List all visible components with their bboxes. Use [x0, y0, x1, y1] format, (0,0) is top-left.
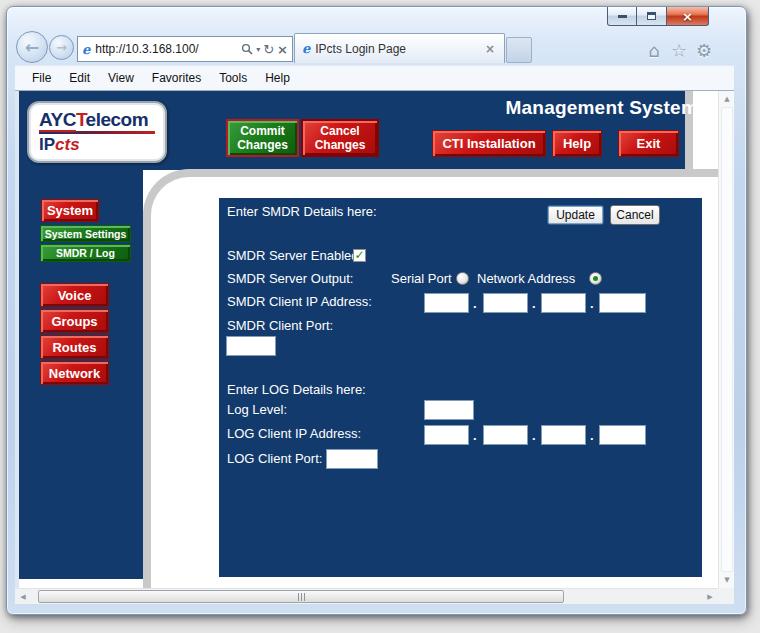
horizontal-scroll-thumb[interactable]: [38, 590, 564, 603]
menu-view[interactable]: View: [99, 68, 143, 88]
ip-separator: .: [473, 428, 477, 443]
menu-tools[interactable]: Tools: [210, 68, 256, 88]
log-ip-octet-4[interactable]: [599, 425, 646, 445]
cancel-changes-button[interactable]: CancelChanges: [301, 119, 379, 157]
scroll-right-icon[interactable]: ▶: [703, 590, 717, 604]
tab-title: IPcts Login Page: [315, 42, 483, 56]
tab-ipcts-login-page[interactable]: e IPcts Login Page ×: [294, 33, 505, 63]
close-icon: ×: [682, 9, 693, 24]
sidebar-item-system-settings[interactable]: System Settings: [40, 225, 131, 242]
radio-network-address[interactable]: [589, 272, 602, 285]
refresh-icon[interactable]: ↻: [263, 42, 274, 57]
exit-button[interactable]: Exit: [618, 130, 679, 157]
log-ip-octet-1[interactable]: [424, 425, 469, 445]
tab-close-icon[interactable]: ×: [483, 42, 497, 56]
ie-tab-icon: e: [302, 41, 310, 56]
menu-favorites[interactable]: Favorites: [143, 68, 210, 88]
ip-separator: .: [473, 296, 477, 311]
menu-edit[interactable]: Edit: [60, 68, 99, 88]
close-button[interactable]: ×: [666, 7, 709, 26]
sidebar-item-voice[interactable]: Voice: [40, 283, 109, 307]
forward-button[interactable]: →: [49, 35, 74, 60]
smdr-enabled-label: SMDR Server Enabled:: [227, 248, 362, 263]
scroll-up-icon[interactable]: ▲: [720, 92, 734, 106]
smdr-ip-octet-3[interactable]: [541, 293, 586, 313]
update-button[interactable]: Update: [547, 205, 604, 225]
logo-line2: IPcts: [39, 136, 155, 153]
smdr-ip-octet-1[interactable]: [424, 293, 469, 313]
network-address-label: Network Address: [477, 271, 575, 286]
gear-icon[interactable]: ⚙: [693, 39, 715, 61]
smdr-ip-octet-2[interactable]: [483, 293, 528, 313]
home-icon[interactable]: ⌂: [643, 39, 665, 61]
log-ip-octet-3[interactable]: [541, 425, 586, 445]
favorites-star-icon[interactable]: ☆: [668, 39, 690, 61]
grip-icon: [301, 593, 302, 601]
sidebar-item-smdr-log[interactable]: SMDR / Log: [40, 244, 131, 262]
restore-button[interactable]: [637, 7, 666, 26]
minimize-button[interactable]: [607, 7, 637, 26]
sidebar-item-routes[interactable]: Routes: [40, 335, 109, 359]
scroll-down-icon[interactable]: ▼: [720, 573, 734, 587]
sidebar-item-network[interactable]: Network: [40, 361, 109, 385]
smdr-ip-octet-4[interactable]: [599, 293, 646, 313]
menu-file[interactable]: File: [23, 68, 60, 88]
cancel-button[interactable]: Cancel: [610, 205, 660, 225]
cti-installation-button[interactable]: CTI Installation: [432, 130, 546, 157]
menu-bar: File Edit View Favorites Tools Help: [15, 65, 734, 90]
back-button[interactable]: ←: [16, 31, 48, 63]
page-title: Management System: [506, 97, 698, 119]
radio-serial-port[interactable]: [456, 272, 469, 285]
smdr-port-label: SMDR Client Port:: [227, 318, 333, 333]
log-ip-label: LOG Client IP Address:: [227, 426, 361, 441]
back-icon: ←: [25, 37, 39, 57]
smdr-output-label: SMDR Server Output:: [227, 271, 353, 286]
ip-separator: .: [590, 428, 594, 443]
logo-line1: AYCTelecom: [39, 110, 155, 129]
log-port-input[interactable]: [326, 449, 378, 469]
log-level-input[interactable]: [424, 400, 474, 420]
smdr-ip-label: SMDR Client IP Address:: [227, 294, 372, 309]
commit-changes-button[interactable]: CommitChanges: [226, 119, 299, 157]
web-page: AYCTelecom IPcts Management System Commi…: [15, 91, 718, 588]
forward-icon: →: [56, 40, 67, 55]
scroll-left-icon[interactable]: ◀: [16, 590, 30, 604]
ip-separator: .: [532, 296, 536, 311]
grip-icon: [298, 593, 299, 601]
log-ip-octet-2[interactable]: [483, 425, 528, 445]
radio-selected-dot: [593, 276, 598, 281]
sidebar-item-system[interactable]: System: [41, 199, 99, 222]
log-section-title: Enter LOG Details here:: [227, 382, 366, 397]
ie-page-icon: e: [82, 42, 90, 57]
address-input[interactable]: http://10.3.168.100/: [95, 42, 241, 56]
stop-icon[interactable]: ×: [277, 42, 288, 57]
search-icon[interactable]: [241, 43, 253, 55]
vertical-scroll-thumb[interactable]: [721, 107, 733, 572]
browser-window: × ← → e http://10.3.168.100/ ▾ ↻ × e IPc…: [6, 6, 747, 615]
smdr-port-input[interactable]: [226, 336, 276, 356]
scrollbar-corner: [718, 588, 734, 604]
horizontal-scrollbar[interactable]: ◀ ▶: [15, 588, 718, 604]
minimize-icon: [618, 15, 627, 18]
ip-separator: .: [590, 296, 594, 311]
sidebar-item-groups[interactable]: Groups: [40, 309, 109, 333]
grip-icon: [304, 593, 305, 601]
address-bar[interactable]: e http://10.3.168.100/ ▾ ↻ ×: [77, 36, 293, 62]
smdr-enabled-checkbox[interactable]: ✓: [353, 249, 366, 262]
smdr-log-form-panel: Enter SMDR Details here: Update Cancel S…: [219, 198, 702, 577]
new-tab-button[interactable]: [506, 37, 532, 63]
smdr-section-title: Enter SMDR Details here:: [227, 204, 377, 219]
caption-buttons: ×: [607, 7, 709, 26]
address-dropdown-icon[interactable]: ▾: [256, 45, 260, 54]
ip-separator: .: [532, 428, 536, 443]
vertical-scrollbar[interactable]: ▲ ▼: [718, 91, 734, 588]
ayc-telecom-logo: AYCTelecom IPcts: [27, 101, 167, 163]
log-level-label: Log Level:: [227, 402, 287, 417]
page-viewport: AYCTelecom IPcts Management System Commi…: [15, 90, 734, 603]
log-port-label: LOG Client Port:: [227, 451, 322, 466]
help-button[interactable]: Help: [552, 130, 602, 157]
check-icon: ✓: [354, 248, 364, 262]
menu-help[interactable]: Help: [256, 68, 299, 88]
serial-port-label: Serial Port: [391, 271, 452, 286]
restore-icon: [647, 12, 656, 20]
